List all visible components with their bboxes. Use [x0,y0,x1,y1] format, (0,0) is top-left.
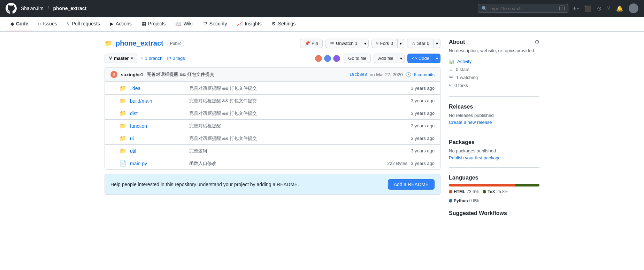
lang-html-item[interactable]: HTML 73.6% [449,189,478,194]
about-section: About ⚙ No description, website, or topi… [449,39,539,97]
pin-btn-group: 📌 Pin [300,39,323,48]
file-name[interactable]: .idea [130,86,186,91]
lang-tex-item[interactable]: TeX 25.8% [483,189,508,194]
history-icon: 🕐 [406,72,411,77]
pr-icon: ⑂ [67,21,70,26]
star-btn-group: ☆ Star 0 ▾ [407,39,440,48]
contrib-avatar-1 [314,54,323,63]
code-split-button[interactable]: ▾ [434,54,440,63]
commit-message: 完善对话框提醒 && 打包文件提交 [147,71,214,78]
lang-tex-percent: 25.8% [496,189,508,194]
avatar[interactable] [629,3,638,13]
tags-count-link[interactable]: 🏷 0 tags [167,56,185,61]
file-row: 📁build/main完善对话框提醒 && 打包文件提交3 years ago [105,94,440,107]
file-name[interactable]: ui [130,136,186,141]
file-time: 3 years ago [411,111,435,116]
file-time: 3 years ago [411,161,435,166]
tab-actions-label: Actions [116,21,132,26]
code-button[interactable]: <> Code [407,54,434,63]
file-table: 📁.idea完善对话框提醒 && 打包文件提交3 years ago📁build… [105,82,440,170]
fork-filled-icon: ⑂ [449,83,452,88]
settings-gear-icon[interactable]: ⚙ [535,39,539,45]
unwatch-button[interactable]: 👁 Unwatch 1 [325,39,362,48]
lang-html-dot [449,190,452,193]
contrib-avatar-3 [332,54,341,63]
tab-pullrequests[interactable]: ⑂ Pull requests [62,17,105,31]
branch-meta: ⑂ 1 branch 🏷 0 tags [141,56,185,61]
lang-python-label: Python [454,198,468,203]
tab-code[interactable]: ◈ Code [6,17,33,31]
tag-icon: 🏷 [167,56,171,61]
contrib-avatar-2 [323,54,332,63]
file-commit-msg: 完善对话框提醒 && 打包文件提交 [189,85,407,92]
tab-projects[interactable]: ▦ Projects [137,17,171,31]
tab-insights[interactable]: 📈 Insights [232,17,266,31]
about-description: No description, website, or topics provi… [449,48,539,53]
file-name[interactable]: build/main [130,98,186,104]
unwatch-split-button[interactable]: ▾ [362,39,369,48]
publish-package-link[interactable]: Publish your first package [449,155,501,160]
about-forks: ⑂ 0 forks [449,81,539,89]
plus-button[interactable]: + ▾ [573,5,579,12]
branch-selector[interactable]: ⑂ master ▾ [105,54,137,63]
lang-tex-label: TeX [488,189,495,194]
go-to-file-button[interactable]: Go to file [344,54,371,63]
activity-icon: 📊 [449,59,454,64]
notifications-icon-button[interactable]: 🔔 [616,5,623,12]
nav-repo[interactable]: phone_extract [53,6,86,11]
file-commit-msg: 完善对话框提醒 && 打包文件提交 [189,98,407,104]
tab-issues[interactable]: ○ Issues [33,17,62,31]
branch-count-link[interactable]: ⑂ 1 branch [141,56,163,61]
packages-header: Packages [449,139,539,145]
pr-icon-button[interactable]: ⑂ [607,5,611,11]
commit-history-link[interactable]: 6 commits [414,72,435,77]
contributor-avatars [314,54,341,63]
languages-header: Languages [449,175,539,181]
lang-python-item[interactable]: Python 0.6% [449,198,479,203]
file-name[interactable]: dist [130,111,186,116]
readme-banner-text: Help people interested in this repositor… [110,182,384,187]
add-file-button[interactable]: Add file [374,54,398,63]
tab-actions[interactable]: ▶ Actions [105,17,137,31]
nav-owner[interactable]: ShawnJim [21,6,44,11]
code-btn-group: <> Code ▾ [407,54,440,63]
file-commit-msg: 完善对话框提醒 && 打包文件提交 [189,110,407,117]
commit-sha-link[interactable]: 19cb8e8 [350,72,367,77]
eye-icon: 👁 [330,41,335,46]
star-button[interactable]: ☆ Star 0 [407,39,434,48]
pin-button[interactable]: 📌 Pin [300,39,323,48]
about-activity[interactable]: 📊 Activity [449,57,539,65]
folder-icon: 📁 [120,148,127,154]
folder-icon: 📁 [120,122,127,129]
add-file-split-button[interactable]: ▾ [398,54,405,63]
tab-security[interactable]: 🛡 Security [198,17,232,31]
star-icon: ☆ [412,41,416,46]
file-time: 3 years ago [411,123,435,128]
languages-section: Languages HTML 73.6% TeX 25.8% [449,175,539,203]
code-icon: ◈ [10,21,14,26]
add-readme-button[interactable]: Add a README [388,179,435,190]
search-input[interactable] [489,6,557,11]
releases-title: Releases [449,104,473,110]
repo-title[interactable]: phone_extract [116,39,163,47]
fork-split-button[interactable]: ▾ [398,39,404,48]
top-nav-search[interactable]: 🔍 / [478,4,568,13]
create-release-link[interactable]: Create a new release [449,120,492,125]
fork-button[interactable]: ⑂ Fork 0 [371,39,398,48]
lang-tex-bar [515,184,539,186]
tab-settings-label: Settings [278,21,296,26]
file-name[interactable]: main.py [130,161,186,166]
activity-link[interactable]: Activity [457,59,472,64]
github-logo-icon[interactable] [6,3,17,14]
file-name[interactable]: util [130,148,186,154]
file-name[interactable]: function [130,123,186,129]
fork-btn-group: ⑂ Fork 0 ▾ [371,39,404,48]
terminal-icon-button[interactable]: ⬛ [584,5,591,12]
issue-icon-button[interactable]: ⊙ [597,5,601,12]
toolbar-right: Go to file Add file ▾ <> Code ▾ [314,54,440,63]
tab-wiki[interactable]: 📖 Wiki [170,17,197,31]
file-row: 📁ui完善对话框提醒 && 打包文件提交3 years ago [105,132,440,144]
tab-settings[interactable]: ⚙ Settings [267,17,301,31]
commit-author-name[interactable]: suxinghe1 [121,72,143,77]
star-split-button[interactable]: ▾ [434,39,440,48]
